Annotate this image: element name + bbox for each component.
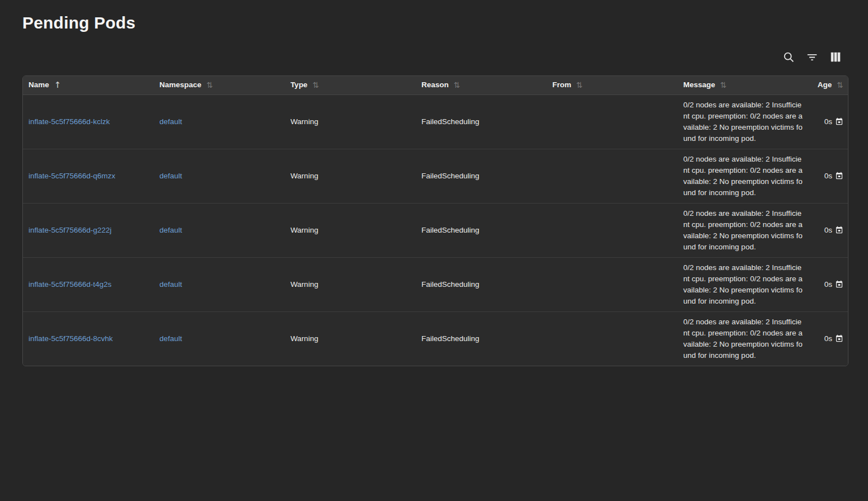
cell-namespace: default xyxy=(154,257,284,311)
column-label: Name xyxy=(29,81,49,89)
age-value: 0s xyxy=(824,117,832,126)
cell-message: 0/2 nodes are available: 2 Insufficient … xyxy=(678,149,804,203)
cell-from xyxy=(547,257,677,311)
cell-message: 0/2 nodes are available: 2 Insufficient … xyxy=(678,311,804,366)
cell-age: 0s xyxy=(804,311,848,366)
calendar-icon xyxy=(835,172,843,180)
cell-from xyxy=(547,203,677,257)
sort-icon: ⇅ xyxy=(576,81,583,89)
age-value: 0s xyxy=(824,334,832,343)
age-value: 0s xyxy=(824,226,832,234)
cell-name: inflate-5c5f75666d-q6mzx xyxy=(23,149,154,203)
cell-namespace: default xyxy=(154,203,284,257)
column-header-message[interactable]: Message⇅ xyxy=(678,76,804,94)
cell-reason: FailedScheduling xyxy=(416,203,547,257)
sort-icon: ⇅ xyxy=(454,81,461,89)
cell-age: 0s xyxy=(804,257,848,311)
cell-name: inflate-5c5f75666d-kclzk xyxy=(23,94,154,149)
cell-type: Warning xyxy=(285,311,416,366)
cell-age: 0s xyxy=(804,203,848,257)
cell-namespace: default xyxy=(154,149,284,203)
namespace-link[interactable]: default xyxy=(159,172,182,180)
pod-link[interactable]: inflate-5c5f75666d-q6mzx xyxy=(29,172,115,180)
pod-link[interactable]: inflate-5c5f75666d-g222j xyxy=(29,226,112,234)
namespace-link[interactable]: default xyxy=(159,117,182,126)
cell-type: Warning xyxy=(285,94,416,149)
cell-name: inflate-5c5f75666d-t4g2s xyxy=(23,257,154,311)
namespace-link[interactable]: default xyxy=(159,280,182,289)
cell-reason: FailedScheduling xyxy=(416,94,547,149)
table-row: inflate-5c5f75666d-8cvhk default Warning… xyxy=(23,311,848,366)
column-label: Type xyxy=(291,81,308,89)
cell-reason: FailedScheduling xyxy=(416,257,547,311)
cell-reason: FailedScheduling xyxy=(416,311,547,366)
page-title: Pending Pods xyxy=(22,13,135,32)
cell-message: 0/2 nodes are available: 2 Insufficient … xyxy=(678,257,804,311)
cell-from xyxy=(547,94,677,149)
column-header-age[interactable]: Age⇅ xyxy=(804,76,848,94)
cell-message: 0/2 nodes are available: 2 Insufficient … xyxy=(678,203,804,257)
column-header-name[interactable]: Name↑ xyxy=(23,76,154,94)
cell-age: 0s xyxy=(804,94,848,149)
column-header-from[interactable]: From⇅ xyxy=(547,76,677,94)
table-row: inflate-5c5f75666d-g222j default Warning… xyxy=(23,203,848,257)
pod-link[interactable]: inflate-5c5f75666d-8cvhk xyxy=(29,334,113,343)
sort-icon: ⇅ xyxy=(206,81,213,89)
namespace-link[interactable]: default xyxy=(159,334,182,343)
cell-type: Warning xyxy=(285,149,416,203)
filter-button[interactable] xyxy=(805,50,819,64)
table-row: inflate-5c5f75666d-t4g2s default Warning… xyxy=(23,257,848,311)
columns-button[interactable] xyxy=(829,50,842,64)
sort-icon: ⇅ xyxy=(837,81,843,89)
cell-from xyxy=(547,311,677,366)
namespace-link[interactable]: default xyxy=(159,226,182,234)
cell-age: 0s xyxy=(804,149,848,203)
cell-type: Warning xyxy=(285,203,416,257)
cell-from xyxy=(547,149,677,203)
calendar-icon xyxy=(835,334,843,343)
sort-asc-icon: ↑ xyxy=(54,80,61,90)
filter-icon xyxy=(806,51,818,63)
column-label: Reason xyxy=(421,81,449,89)
column-header-reason[interactable]: Reason⇅ xyxy=(416,76,547,94)
age-value: 0s xyxy=(824,280,832,289)
cell-namespace: default xyxy=(154,94,284,149)
sort-icon: ⇅ xyxy=(312,81,319,89)
cell-message: 0/2 nodes are available: 2 Insufficient … xyxy=(678,94,804,149)
cell-type: Warning xyxy=(285,257,416,311)
age-value: 0s xyxy=(824,172,832,180)
table-row: inflate-5c5f75666d-q6mzx default Warning… xyxy=(23,149,848,203)
column-label: Age xyxy=(818,81,832,89)
column-label: From xyxy=(552,81,571,89)
cell-reason: FailedScheduling xyxy=(416,149,547,203)
pod-link[interactable]: inflate-5c5f75666d-kclzk xyxy=(29,117,110,126)
cell-name: inflate-5c5f75666d-g222j xyxy=(23,203,154,257)
sort-icon: ⇅ xyxy=(720,81,727,89)
table-toolbar xyxy=(782,50,842,64)
column-header-type[interactable]: Type⇅ xyxy=(285,76,416,94)
table-row: inflate-5c5f75666d-kclzk default Warning… xyxy=(23,94,848,149)
calendar-icon xyxy=(835,280,843,289)
table-header-row: Name↑ Namespace⇅ Type⇅ Reason⇅ From⇅ Mes… xyxy=(23,76,848,94)
cell-name: inflate-5c5f75666d-8cvhk xyxy=(23,311,154,366)
column-label: Namespace xyxy=(159,81,201,89)
pending-pods-table: Name↑ Namespace⇅ Type⇅ Reason⇅ From⇅ Mes… xyxy=(22,75,848,366)
search-button[interactable] xyxy=(782,50,795,64)
column-label: Message xyxy=(684,81,715,89)
calendar-icon xyxy=(835,226,843,234)
pod-link[interactable]: inflate-5c5f75666d-t4g2s xyxy=(29,280,112,289)
columns-icon xyxy=(829,51,842,63)
cell-namespace: default xyxy=(154,311,284,366)
calendar-icon xyxy=(835,117,843,126)
column-header-namespace[interactable]: Namespace⇅ xyxy=(154,76,284,94)
search-icon xyxy=(782,51,795,63)
